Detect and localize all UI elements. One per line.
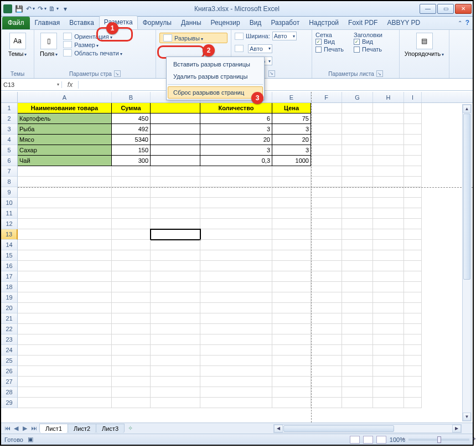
cell[interactable]: [342, 240, 373, 250]
vertical-scrollbar[interactable]: ▲ ▼: [462, 104, 472, 421]
cell[interactable]: [18, 292, 112, 303]
breaks-button[interactable]: Разрывы: [159, 33, 227, 43]
cell[interactable]: [311, 282, 342, 292]
cell[interactable]: [200, 271, 272, 282]
cell[interactable]: [404, 145, 422, 156]
cell[interactable]: [342, 292, 373, 303]
cell[interactable]: [342, 334, 373, 345]
cell[interactable]: [200, 177, 272, 187]
cell[interactable]: [272, 377, 311, 387]
cell[interactable]: [272, 240, 311, 250]
cell[interactable]: [311, 229, 342, 240]
cell[interactable]: [404, 240, 422, 250]
cell[interactable]: [18, 313, 112, 324]
cell[interactable]: [112, 250, 151, 261]
cell[interactable]: [342, 124, 373, 135]
row-header[interactable]: 1: [1, 103, 18, 114]
cell[interactable]: [311, 334, 342, 345]
cell[interactable]: [18, 261, 112, 271]
row-header[interactable]: 6: [1, 156, 18, 166]
column-header[interactable]: A: [18, 92, 112, 102]
page-setup-dialog-icon[interactable]: ↘: [114, 70, 121, 77]
qat-save-icon[interactable]: 💾: [14, 4, 24, 14]
cell[interactable]: [373, 271, 404, 282]
cell[interactable]: [311, 145, 342, 156]
row-header[interactable]: 18: [1, 282, 18, 292]
cell[interactable]: [200, 334, 272, 345]
cell[interactable]: [311, 103, 342, 114]
cell[interactable]: [200, 250, 272, 261]
zoom-knob[interactable]: [437, 436, 441, 443]
cell[interactable]: [342, 166, 373, 177]
scroll-down-icon[interactable]: ▼: [463, 413, 471, 421]
cell[interactable]: [151, 124, 200, 135]
cell[interactable]: [151, 303, 200, 313]
cell[interactable]: [112, 334, 151, 345]
cell[interactable]: 3: [200, 145, 272, 156]
tab-данны[interactable]: Данны: [177, 17, 206, 29]
cell[interactable]: [112, 366, 151, 377]
cell[interactable]: [373, 366, 404, 377]
cell[interactable]: [200, 282, 272, 292]
cell[interactable]: [404, 313, 422, 324]
column-header[interactable]: H: [373, 92, 404, 102]
cell[interactable]: [200, 219, 272, 229]
row-header[interactable]: 2: [1, 114, 18, 124]
cell[interactable]: 5340: [112, 135, 151, 145]
cell[interactable]: [342, 145, 373, 156]
cell[interactable]: [311, 377, 342, 387]
cell[interactable]: [200, 208, 272, 219]
row-header[interactable]: 19: [1, 292, 18, 303]
cell[interactable]: [18, 356, 112, 366]
cell[interactable]: [311, 292, 342, 303]
cell[interactable]: [272, 219, 311, 229]
cell[interactable]: [151, 240, 200, 250]
tab-разработ[interactable]: Разработ: [266, 17, 304, 29]
cell[interactable]: 3: [200, 124, 272, 135]
cell[interactable]: Мясо: [18, 135, 112, 145]
row-header[interactable]: 4: [1, 135, 18, 145]
cell[interactable]: [272, 271, 311, 282]
cell[interactable]: [112, 387, 151, 398]
cell[interactable]: [404, 271, 422, 282]
scale-dialog-icon[interactable]: ↘: [268, 70, 275, 77]
cell[interactable]: [404, 156, 422, 166]
qat-redo-icon[interactable]: ↷: [37, 4, 47, 14]
cell[interactable]: 3: [272, 145, 311, 156]
cell[interactable]: [151, 156, 200, 166]
cell[interactable]: [18, 366, 112, 377]
cell[interactable]: [311, 303, 342, 313]
cell[interactable]: [272, 208, 311, 219]
cell[interactable]: [18, 345, 112, 356]
cell[interactable]: [151, 334, 200, 345]
row-header[interactable]: 28: [1, 387, 18, 398]
cell[interactable]: [404, 334, 422, 345]
cell[interactable]: [18, 324, 112, 334]
cell[interactable]: [311, 271, 342, 282]
sheet-tab[interactable]: Лист3: [96, 424, 125, 433]
cell[interactable]: [404, 324, 422, 334]
cell[interactable]: [342, 156, 373, 166]
cell[interactable]: [151, 271, 200, 282]
column-header[interactable]: I: [404, 92, 422, 102]
cell[interactable]: [404, 250, 422, 261]
cell[interactable]: [373, 398, 404, 408]
cell[interactable]: [342, 229, 373, 240]
tab-вид[interactable]: Вид: [245, 17, 266, 29]
cell[interactable]: [151, 177, 200, 187]
cell[interactable]: [112, 229, 151, 240]
cell[interactable]: [342, 387, 373, 398]
cell[interactable]: [404, 198, 422, 208]
cell[interactable]: [373, 219, 404, 229]
view-layout-icon[interactable]: [363, 436, 373, 444]
cell[interactable]: [18, 377, 112, 387]
cell[interactable]: [200, 292, 272, 303]
size-button[interactable]: Размер: [63, 41, 122, 48]
horizontal-scrollbar[interactable]: ◀ ▶: [273, 424, 462, 433]
cell[interactable]: [200, 366, 272, 377]
name-box[interactable]: C13: [1, 81, 62, 88]
cell[interactable]: [112, 398, 151, 408]
print-area-button[interactable]: Область печати: [63, 49, 122, 56]
minimize-button[interactable]: —: [420, 4, 436, 14]
cell[interactable]: [342, 282, 373, 292]
